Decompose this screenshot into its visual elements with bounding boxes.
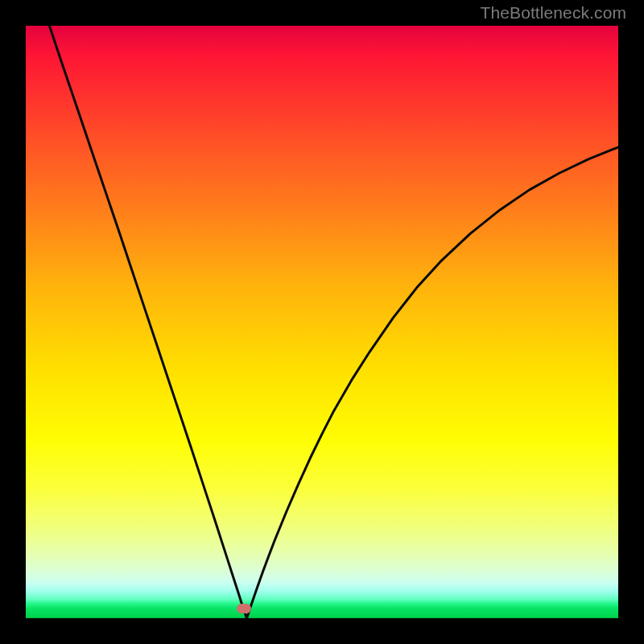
optimal-point-marker: [237, 604, 251, 613]
watermark-text: TheBottleneck.com: [481, 3, 626, 23]
bottleneck-curve: [26, 26, 618, 618]
chart-frame: TheBottleneck.com: [0, 0, 644, 644]
plot-area: [26, 26, 618, 618]
